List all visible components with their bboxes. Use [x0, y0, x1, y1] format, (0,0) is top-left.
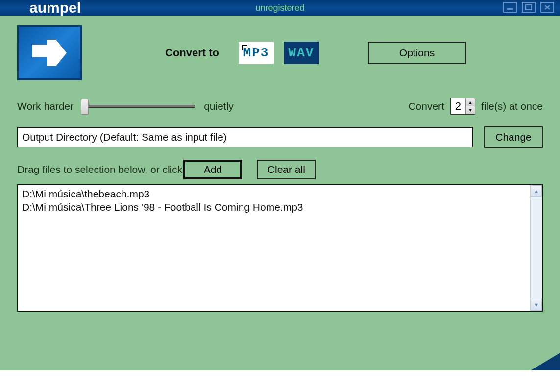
spinner-up-button[interactable]: ▲	[466, 98, 475, 106]
minimize-button[interactable]	[503, 2, 517, 13]
maximize-button[interactable]	[522, 2, 536, 13]
concurrent-group: Convert 2 ▲ ▼ file(s) at once	[408, 98, 543, 115]
slider-label-right: quietly	[204, 100, 234, 112]
drag-row: Drag files to selection below, or click …	[17, 160, 543, 179]
svg-rect-0	[507, 8, 513, 10]
priority-row: Work harder quietly Convert 2 ▲ ▼ file(s…	[17, 98, 543, 115]
top-row: Convert to MP3 WAV Options	[17, 25, 543, 80]
change-directory-button[interactable]: Change	[484, 126, 543, 148]
window-controls	[503, 2, 554, 13]
app-window: aumpel unregistered Convert to MP3	[0, 0, 560, 370]
scroll-down-button[interactable]: ▼	[531, 299, 542, 311]
spinner-down-button[interactable]: ▼	[466, 106, 475, 114]
format-mp3-button[interactable]: MP3	[239, 42, 274, 64]
registration-status: unregistered	[255, 3, 304, 13]
priority-slider[interactable]	[82, 105, 195, 108]
convert-to-label: Convert to	[165, 47, 219, 59]
concurrent-prefix: Convert	[408, 100, 444, 112]
maximize-icon	[525, 4, 533, 11]
add-files-button[interactable]: Add	[183, 160, 242, 179]
output-directory-row: Output Directory (Default: Same as input…	[17, 126, 543, 148]
content-area: Convert to MP3 WAV Options Work harder q…	[0, 16, 560, 312]
scroll-up-button[interactable]: ▲	[531, 185, 542, 197]
list-item[interactable]: D:\Mi música\thebeach.mp3	[22, 187, 526, 200]
scrollbar[interactable]: ▲ ▼	[530, 185, 542, 311]
concurrent-spinner[interactable]: 2 ▲ ▼	[450, 98, 475, 115]
slider-thumb[interactable]	[81, 99, 89, 115]
close-icon	[543, 4, 551, 11]
arrow-right-icon	[27, 36, 72, 70]
resize-grip[interactable]	[531, 353, 560, 370]
file-list-container: D:\Mi música\thebeach.mp3 D:\Mi música\T…	[17, 184, 543, 312]
clear-all-button[interactable]: Clear all	[257, 160, 316, 179]
concurrent-value: 2	[451, 98, 465, 114]
drag-instruction: Drag files to selection below, or click	[17, 164, 182, 175]
list-item[interactable]: D:\Mi música\Three Lions '98 - Football …	[22, 200, 526, 214]
format-wav-button[interactable]: WAV	[284, 42, 319, 64]
app-brand: aumpel	[0, 1, 81, 15]
convert-logo	[17, 25, 82, 80]
titlebar: aumpel unregistered	[0, 0, 560, 16]
minimize-icon	[506, 4, 514, 10]
options-button[interactable]: Options	[368, 42, 466, 64]
concurrent-suffix: file(s) at once	[481, 100, 543, 112]
slider-label-left: Work harder	[17, 100, 73, 112]
svg-rect-1	[526, 5, 532, 10]
format-group: MP3 WAV	[239, 42, 319, 64]
close-button[interactable]	[540, 2, 554, 13]
output-directory-field[interactable]: Output Directory (Default: Same as input…	[17, 127, 473, 147]
file-list[interactable]: D:\Mi música\thebeach.mp3 D:\Mi música\T…	[18, 185, 530, 311]
